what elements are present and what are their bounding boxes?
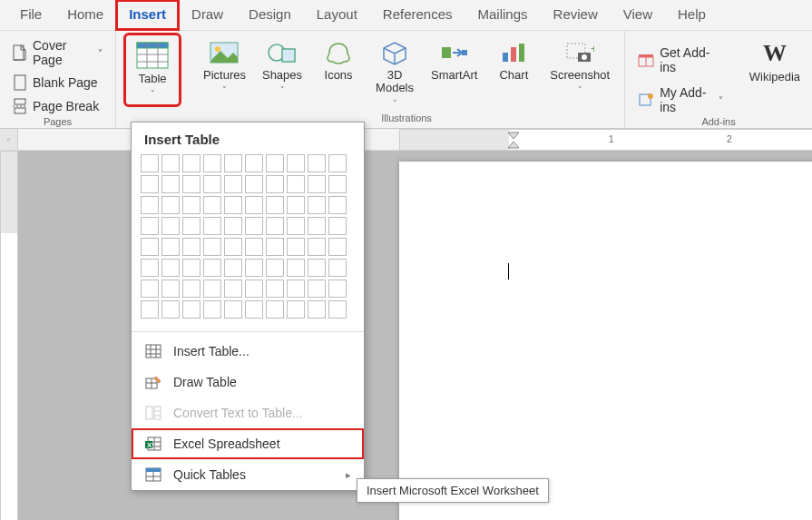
table-button[interactable]: Table ˅ xyxy=(127,36,178,103)
blank-page-button[interactable]: Blank Page xyxy=(9,73,106,93)
grid-cell[interactable] xyxy=(308,259,326,277)
table-grid-picker[interactable] xyxy=(132,154,364,328)
grid-cell[interactable] xyxy=(161,154,180,172)
grid-cell[interactable] xyxy=(224,238,242,256)
grid-cell[interactable] xyxy=(182,154,201,172)
shapes-button[interactable]: Shapes ˅ xyxy=(257,36,308,110)
grid-cell[interactable] xyxy=(287,259,305,277)
grid-cell[interactable] xyxy=(266,259,284,277)
grid-cell[interactable] xyxy=(266,280,284,298)
grid-cell[interactable] xyxy=(287,280,305,298)
grid-cell[interactable] xyxy=(203,280,221,298)
grid-cell[interactable] xyxy=(161,238,180,256)
grid-cell[interactable] xyxy=(141,196,159,214)
grid-cell[interactable] xyxy=(141,238,159,256)
grid-cell[interactable] xyxy=(328,217,347,235)
grid-cell[interactable] xyxy=(308,196,326,214)
grid-cell[interactable] xyxy=(224,196,242,214)
chart-button[interactable]: Chart xyxy=(488,36,539,110)
grid-cell[interactable] xyxy=(328,196,347,214)
page[interactable] xyxy=(399,162,812,520)
grid-cell[interactable] xyxy=(308,238,326,256)
grid-cell[interactable] xyxy=(161,175,180,193)
smartart-button[interactable]: SmartArt xyxy=(426,36,483,110)
excel-spreadsheet-item[interactable]: X Excel Spreadsheet xyxy=(132,428,364,459)
grid-cell[interactable] xyxy=(182,238,201,256)
tab-insert[interactable]: Insert xyxy=(116,0,179,30)
grid-cell[interactable] xyxy=(245,175,263,193)
grid-cell[interactable] xyxy=(287,196,305,214)
grid-cell[interactable] xyxy=(287,175,305,193)
grid-cell[interactable] xyxy=(328,175,347,193)
grid-cell[interactable] xyxy=(224,175,242,193)
grid-cell[interactable] xyxy=(308,154,326,172)
grid-cell[interactable] xyxy=(224,259,242,277)
grid-cell[interactable] xyxy=(266,196,284,214)
grid-cell[interactable] xyxy=(182,280,201,298)
grid-cell[interactable] xyxy=(161,280,180,298)
grid-cell[interactable] xyxy=(182,175,201,193)
grid-cell[interactable] xyxy=(161,196,180,214)
quick-tables-item[interactable]: Quick Tables ▸ xyxy=(132,459,364,490)
grid-cell[interactable] xyxy=(328,154,347,172)
grid-cell[interactable] xyxy=(266,300,284,319)
grid-cell[interactable] xyxy=(266,217,284,235)
grid-cell[interactable] xyxy=(245,280,263,298)
get-addins-button[interactable]: Get Add-ins xyxy=(634,44,727,76)
grid-cell[interactable] xyxy=(328,238,347,256)
grid-cell[interactable] xyxy=(203,238,221,256)
grid-cell[interactable] xyxy=(245,238,263,256)
tab-mailings[interactable]: Mailings xyxy=(465,0,541,30)
grid-cell[interactable] xyxy=(266,238,284,256)
grid-cell[interactable] xyxy=(308,217,326,235)
tab-references[interactable]: References xyxy=(370,0,465,30)
my-addins-button[interactable]: My Add-ins ˅ xyxy=(634,83,727,116)
grid-cell[interactable] xyxy=(308,175,326,193)
cover-page-button[interactable]: Cover Page ˅ xyxy=(9,36,106,69)
grid-cell[interactable] xyxy=(287,217,305,235)
grid-cell[interactable] xyxy=(182,259,201,277)
draw-table-item[interactable]: Draw Table xyxy=(132,367,364,397)
grid-cell[interactable] xyxy=(328,259,347,277)
pictures-button[interactable]: Pictures ˅ xyxy=(198,36,251,110)
grid-cell[interactable] xyxy=(203,175,221,193)
grid-cell[interactable] xyxy=(203,196,221,214)
grid-cell[interactable] xyxy=(141,154,159,172)
grid-cell[interactable] xyxy=(161,259,180,277)
insert-table-item[interactable]: Insert Table... xyxy=(132,336,364,367)
grid-cell[interactable] xyxy=(287,238,305,256)
icons-button[interactable]: Icons xyxy=(313,36,364,110)
tab-design[interactable]: Design xyxy=(236,0,304,30)
grid-cell[interactable] xyxy=(266,175,284,193)
grid-cell[interactable] xyxy=(266,154,284,172)
grid-cell[interactable] xyxy=(245,300,263,319)
grid-cell[interactable] xyxy=(161,217,180,235)
grid-cell[interactable] xyxy=(308,300,326,319)
grid-cell[interactable] xyxy=(328,300,347,319)
tab-draw[interactable]: Draw xyxy=(179,0,236,30)
tab-file[interactable]: File xyxy=(7,0,54,30)
grid-cell[interactable] xyxy=(287,300,305,319)
grid-cell[interactable] xyxy=(203,154,221,172)
grid-cell[interactable] xyxy=(141,300,159,319)
3d-models-button[interactable]: 3D Models˅ xyxy=(369,36,420,110)
tab-layout[interactable]: Layout xyxy=(304,0,370,30)
grid-cell[interactable] xyxy=(141,280,159,298)
grid-cell[interactable] xyxy=(203,300,221,319)
grid-cell[interactable] xyxy=(161,300,180,319)
tab-view[interactable]: View xyxy=(611,0,665,30)
grid-cell[interactable] xyxy=(141,217,159,235)
grid-cell[interactable] xyxy=(203,259,221,277)
grid-cell[interactable] xyxy=(224,280,242,298)
grid-cell[interactable] xyxy=(245,196,263,214)
grid-cell[interactable] xyxy=(224,154,242,172)
ruler-track[interactable]: 1 2 xyxy=(399,129,812,151)
grid-cell[interactable] xyxy=(245,259,263,277)
grid-cell[interactable] xyxy=(245,217,263,235)
grid-cell[interactable] xyxy=(141,259,159,277)
tab-home[interactable]: Home xyxy=(54,0,116,30)
grid-cell[interactable] xyxy=(287,154,305,172)
grid-cell[interactable] xyxy=(328,280,347,298)
grid-cell[interactable] xyxy=(182,217,201,235)
grid-cell[interactable] xyxy=(141,175,159,193)
